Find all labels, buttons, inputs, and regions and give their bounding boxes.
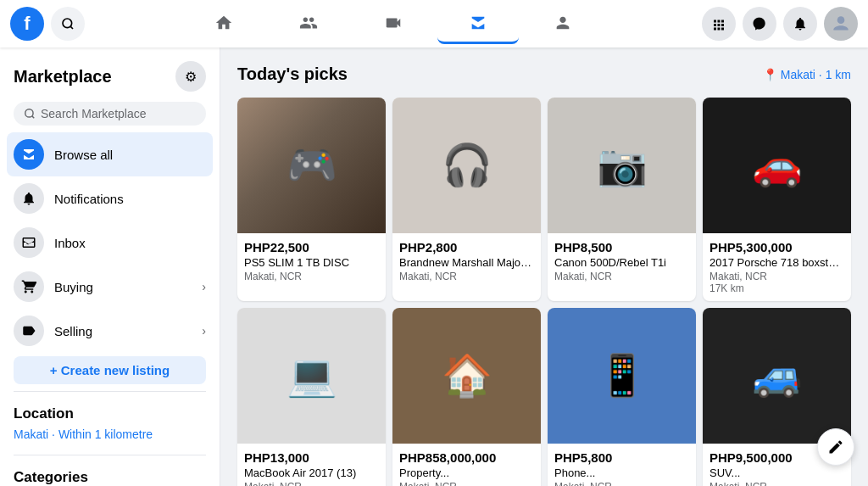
card-macbook-location: Makati, NCR (244, 481, 379, 486)
sidebar-item-inbox[interactable]: Inbox (7, 221, 213, 265)
search-placeholder: Search Marketplace (41, 107, 147, 120)
card-porsche-price: PHP5,300,000 (709, 240, 844, 254)
sidebar-header: Marketplace ⚙ (7, 58, 213, 98)
facebook-logo[interactable]: f (10, 7, 44, 41)
card-canon-info: PHP8,500 Canon 500D/Rebel T1i Makati, NC… (548, 233, 696, 289)
svg-point-0 (63, 19, 72, 28)
card-phone-title: Phone... (554, 466, 689, 479)
sidebar-title: Marketplace (14, 67, 112, 87)
card-phone[interactable]: 📱 PHP5,800 Phone... Makati, NCR (548, 308, 696, 486)
card-canon[interactable]: 📷 PHP8,500 Canon 500D/Rebel T1i Makati, … (548, 98, 696, 301)
nav-video[interactable] (353, 3, 434, 44)
gear-button[interactable]: ⚙ (175, 61, 206, 92)
card-macbook[interactable]: 💻 PHP13,000 MacBook Air 2017 (13) Makati… (237, 308, 386, 486)
cards-grid-row-1: 🎮 PHP22,500 PS5 SLIM 1 TB DISC Makati, N… (237, 98, 851, 301)
create-listing-button[interactable]: + Create new listing (14, 356, 206, 384)
card-macbook-info: PHP13,000 MacBook Air 2017 (13) Makati, … (237, 444, 386, 486)
location-section-title: Location (7, 399, 213, 426)
sidebar-item-label-notifications: Notifications (54, 192, 206, 206)
card-porsche-location: Makati, NCR (709, 271, 844, 282)
notifications-button[interactable] (783, 7, 817, 41)
card-macbook-price: PHP13,000 (244, 450, 379, 465)
location-badge[interactable]: 📍 Makati · 1 km (763, 68, 851, 81)
sidebar-item-selling[interactable]: Selling › (7, 309, 213, 353)
card-property-title: Property... (399, 466, 534, 479)
sidebar-item-label-inbox: Inbox (54, 236, 206, 250)
divider-2 (14, 455, 206, 455)
profile-avatar[interactable] (824, 7, 858, 41)
nav-home[interactable] (183, 3, 264, 44)
selling-icon (14, 316, 44, 346)
svg-line-1 (70, 26, 73, 29)
apps-button[interactable] (702, 7, 736, 41)
sidebar-item-label-selling: Selling (54, 324, 192, 338)
messenger-button[interactable] (743, 7, 776, 41)
card-canon-price: PHP8,500 (554, 240, 689, 254)
sidebar-item-browse-all[interactable]: Browse all (7, 132, 213, 176)
sidebar: Marketplace ⚙ Search Marketplace Browse … (0, 47, 220, 486)
card-porsche-title: 2017 Porsche 718 boxster upgraded (709, 256, 844, 269)
categories-section-title: Categories (7, 462, 213, 486)
svg-line-4 (32, 116, 35, 119)
card-ps5[interactable]: 🎮 PHP22,500 PS5 SLIM 1 TB DISC Makati, N… (237, 98, 386, 301)
card-macbook-title: MacBook Air 2017 (13) (244, 466, 379, 479)
card-porsche-km: 17K km (709, 282, 844, 294)
top-navigation: f (0, 0, 868, 47)
nav-profile[interactable] (522, 3, 604, 44)
search-button[interactable] (51, 7, 85, 41)
card-phone-price: PHP5,800 (554, 450, 689, 465)
nav-left: f (10, 7, 85, 41)
divider-1 (14, 391, 206, 392)
card-ps5-title: PS5 SLIM 1 TB DISC (244, 256, 379, 269)
card-marshall[interactable]: 🎧 PHP2,800 Brandnew Marshall Major IV Wi… (392, 98, 541, 301)
card-porsche-info: PHP5,300,000 2017 Porsche 718 boxster up… (703, 233, 851, 301)
card-suv-title: SUV... (709, 466, 844, 479)
card-marshall-price: PHP2,800 (399, 240, 534, 254)
inbox-icon (14, 227, 44, 258)
picks-header: Today's picks 📍 Makati · 1 km (237, 64, 851, 84)
card-property-info: PHP858,000,000 Property... Makati, NCR (392, 444, 541, 486)
card-ps5-price: PHP22,500 (244, 240, 379, 254)
nav-marketplace[interactable] (437, 3, 519, 44)
browse-all-icon (14, 139, 44, 170)
location-badge-text: Makati · 1 km (781, 68, 851, 81)
card-ps5-info: PHP22,500 PS5 SLIM 1 TB DISC Makati, NCR (237, 233, 386, 289)
nav-friends[interactable] (268, 3, 349, 44)
card-marshall-location: Makati, NCR (399, 271, 534, 282)
location-pin-icon: 📍 (763, 68, 777, 81)
card-canon-location: Makati, NCR (554, 271, 689, 282)
sidebar-item-buying[interactable]: Buying › (7, 265, 213, 309)
card-marshall-info: PHP2,800 Brandnew Marshall Major IV Wire… (392, 233, 541, 289)
nav-center (85, 3, 702, 44)
sidebar-item-label-buying: Buying (54, 280, 192, 294)
card-canon-title: Canon 500D/Rebel T1i (554, 256, 689, 269)
sidebar-item-notifications[interactable]: Notifications (7, 176, 213, 221)
nav-right (702, 7, 858, 41)
card-property[interactable]: 🏠 PHP858,000,000 Property... Makati, NCR (392, 308, 541, 486)
selling-chevron-icon: › (202, 324, 206, 338)
cards-grid-row-2: 💻 PHP13,000 MacBook Air 2017 (13) Makati… (237, 308, 851, 486)
card-phone-location: Makati, NCR (554, 481, 689, 486)
picks-title: Today's picks (237, 64, 348, 84)
location-value[interactable]: Makati · Within 1 kilometre (7, 426, 213, 448)
svg-point-2 (837, 16, 845, 24)
card-ps5-location: Makati, NCR (244, 271, 379, 282)
card-marshall-title: Brandnew Marshall Major IV Wireless Blue… (399, 256, 534, 269)
sidebar-item-label-browse-all: Browse all (54, 148, 206, 162)
buying-icon (14, 271, 44, 302)
buying-chevron-icon: › (202, 280, 206, 293)
card-property-location: Makati, NCR (399, 481, 534, 486)
card-phone-info: PHP5,800 Phone... Makati, NCR (548, 444, 696, 486)
card-property-price: PHP858,000,000 (399, 450, 534, 465)
svg-point-3 (25, 109, 33, 117)
card-porsche[interactable]: 🚗 PHP5,300,000 2017 Porsche 718 boxster … (703, 98, 851, 301)
create-listing-label: + Create new listing (50, 363, 170, 377)
float-edit-button[interactable] (817, 428, 854, 466)
search-marketplace-input[interactable]: Search Marketplace (14, 102, 206, 126)
main-content: Today's picks 📍 Makati · 1 km 🎮 PHP22,50… (220, 47, 868, 486)
card-suv-location: Makati, NCR (709, 481, 844, 486)
notifications-icon (14, 183, 44, 214)
